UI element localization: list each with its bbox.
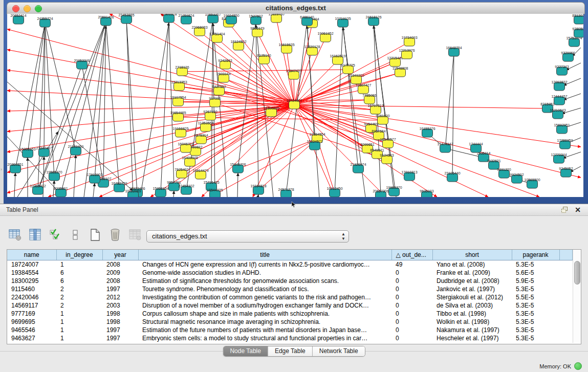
table-cell[interactable]: Structural magnetic resonance image aver… [138, 318, 391, 326]
network-node[interactable]: 15958154 [153, 187, 168, 197]
network-node[interactable]: 19166825 [172, 127, 188, 137]
table-cell[interactable]: 1 [56, 318, 102, 326]
network-node[interactable]: 1527602 [249, 14, 263, 25]
column-header-name[interactable]: name [7, 250, 56, 260]
table-cell[interactable]: 0 [391, 277, 432, 285]
network-node[interactable]: 20691406 [98, 15, 114, 26]
table-cell[interactable]: 1997 [102, 285, 138, 293]
network-node[interactable]: 8813074 [572, 14, 583, 24]
network-edge[interactable] [84, 26, 106, 197]
network-edge[interactable] [258, 194, 258, 197]
column-header-year[interactable]: year [102, 250, 138, 260]
network-node[interactable]: 15345706 [230, 163, 246, 173]
network-node[interactable]: 16648784 [446, 46, 462, 56]
table-cell[interactable]: 9777169 [7, 310, 56, 318]
network-edge[interactable] [294, 105, 335, 197]
delete-table-button[interactable] [108, 228, 122, 242]
network-node[interactable]: 16409948 [182, 156, 198, 166]
network-node[interactable]: 8125140 [257, 54, 271, 64]
table-cell[interactable]: Changes of HCN gene expression and I(f) … [138, 260, 391, 269]
network-node[interactable]: 9635103 [420, 189, 433, 197]
table-cell[interactable]: Disruption of a novel member of a sodium… [138, 301, 391, 310]
network-edge[interactable] [294, 105, 488, 197]
network-node[interactable]: 16349210 [348, 74, 364, 84]
network-node[interactable]: 9427552 [212, 85, 226, 95]
table-cell[interactable]: Tibbo et al. (1998) [432, 310, 512, 318]
network-edge[interactable] [182, 70, 348, 72]
table-cell[interactable]: 5.3E-5 [512, 285, 559, 293]
network-edge[interactable] [294, 105, 539, 197]
panel-collapse-icon[interactable]: › [1, 167, 2, 172]
table-cell[interactable]: 2 [56, 285, 102, 293]
network-node[interactable]: 16549577 [380, 138, 396, 148]
network-node[interactable]: 9227343 [555, 65, 569, 75]
network-node[interactable]: 9242843 [218, 59, 232, 69]
network-node[interactable]: 22068083 [191, 26, 207, 36]
table-cell[interactable]: de Silva et al. (2003) [432, 301, 512, 310]
vertical-scrollbar[interactable] [573, 250, 581, 343]
network-edge[interactable] [343, 23, 358, 169]
table-cell[interactable]: 0 [391, 285, 432, 293]
network-node[interactable]: 6466140 [300, 15, 314, 26]
network-node[interactable]: 21059824 [178, 14, 194, 24]
table-row[interactable]: 1456911722003Disruption of a novel membe… [7, 301, 573, 310]
network-node[interactable]: 1744444 [469, 142, 483, 152]
network-node[interactable]: 16155276 [419, 127, 435, 137]
table-cell[interactable]: 9115460 [7, 285, 56, 293]
table-cell[interactable]: 18724007 [7, 260, 56, 269]
network-node[interactable]: 15123780 [268, 14, 284, 23]
new-table-button[interactable] [88, 228, 102, 242]
table-cell[interactable]: 18300295 [7, 277, 56, 285]
network-node[interactable]: 11353554 [198, 121, 214, 132]
network-node[interactable]: 9267150 [203, 110, 217, 120]
table-cell[interactable]: 0 [391, 334, 432, 342]
row-height-button[interactable] [68, 228, 82, 242]
network-node[interactable]: 9177725 [341, 63, 355, 74]
network-node[interactable]: 19654985 [170, 111, 186, 121]
network-edge[interactable] [294, 105, 548, 108]
network-nodes[interactable]: 1872400792428432603144942755291700692671… [7, 14, 583, 197]
memory-status-icon[interactable] [574, 362, 582, 370]
network-node[interactable]: 16797513 [367, 104, 383, 114]
table-cell[interactable]: Corpus callosum shape and size in male p… [138, 310, 391, 318]
network-node[interactable]: 23453885 [118, 14, 134, 24]
network-node[interactable]: 16162519 [330, 54, 345, 64]
network-node[interactable]: 10653267 [205, 14, 221, 23]
network-node[interactable]: 10565500 [524, 178, 540, 188]
show-column-button[interactable] [28, 228, 42, 242]
network-node[interactable]: 17286959 [557, 139, 573, 149]
table-cell[interactable]: Wolkin et al. (1998) [432, 318, 512, 326]
network-node[interactable]: 12213353 [171, 80, 187, 91]
table-cell[interactable]: 5.5E-5 [512, 293, 559, 301]
table-cell[interactable]: Embryonic stem cells: a model to study s… [138, 334, 391, 342]
table-cell[interactable]: 2 [56, 293, 102, 301]
table-cell[interactable]: 19384554 [7, 269, 56, 277]
tab-node-table[interactable]: Node Table [223, 346, 268, 356]
tab-edge-table[interactable]: Edge Table [268, 346, 312, 356]
network-edge[interactable] [237, 173, 238, 197]
table-cell[interactable]: 5.9E-5 [512, 277, 559, 285]
network-node[interactable]: 17474147 [437, 142, 453, 152]
network-node[interactable]: 16914479 [192, 169, 208, 179]
table-cell[interactable]: Genome-wide association studies in ADHD. [138, 269, 391, 277]
table-cell[interactable]: 5.6E-5 [512, 269, 559, 277]
network-window-titlebar[interactable]: citations_edges.txt [7, 2, 585, 14]
table-cell[interactable]: 6 [56, 277, 102, 285]
network-edge[interactable] [238, 139, 317, 169]
network-node[interactable]: 16912450 [326, 187, 342, 197]
table-cell[interactable]: 49 [391, 260, 432, 269]
network-node[interactable]: 22454102 [178, 184, 194, 194]
network-node[interactable]: 9124503 [380, 154, 394, 164]
table-selector-dropdown[interactable]: citations_edges.txt ▲▼ [146, 230, 349, 243]
table-cell[interactable]: 1 [56, 310, 102, 318]
select-all-button[interactable] [48, 228, 62, 242]
network-node[interactable]: 15692951 [554, 123, 570, 134]
network-edge[interactable] [307, 21, 315, 146]
network-node[interactable]: 19164818 [250, 184, 266, 194]
table-cell[interactable]: 1997 [102, 326, 138, 334]
column-header-title[interactable]: title [138, 250, 391, 260]
table-cell[interactable]: 0 [391, 310, 432, 318]
network-window[interactable]: citations_edges.txt 18724007924284326031… [4, 0, 588, 204]
table-cell[interactable]: Estimation of the future numbers of pati… [138, 326, 391, 334]
network-edge[interactable] [452, 52, 454, 178]
